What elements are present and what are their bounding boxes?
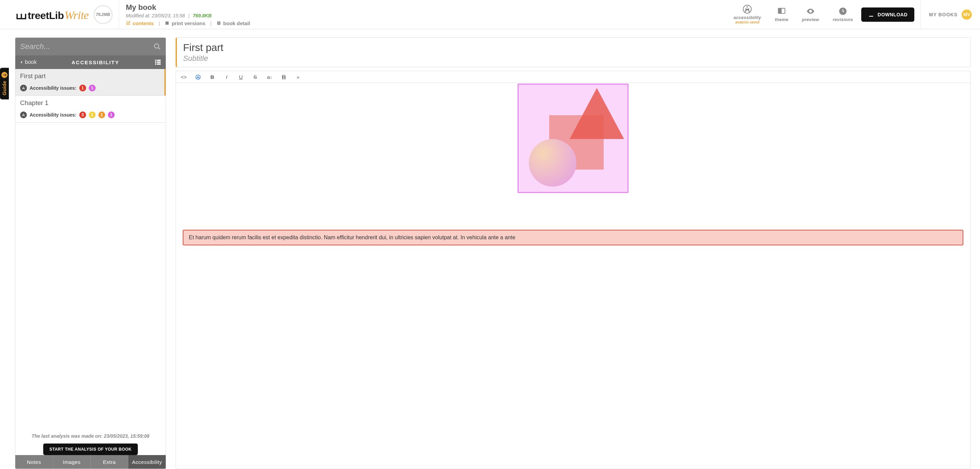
filesize: 769.8KB (193, 13, 212, 18)
nav-icons: accessibility analysis saved theme previ… (725, 5, 861, 24)
logo-main-text: treetLib (28, 10, 64, 21)
sidebar: book ACCESSIBILITY First partAccessibili… (15, 37, 166, 469)
list-view-icon[interactable] (154, 59, 162, 66)
sidebar-tab-extra[interactable]: Extra (91, 455, 129, 469)
doc-header: First part Subtitle (176, 37, 970, 67)
sidebar-tab-notes[interactable]: Notes (15, 455, 53, 469)
main: book ACCESSIBILITY First partAccessibili… (0, 29, 980, 469)
more-button[interactable]: » (295, 74, 301, 80)
font-size-button[interactable]: a↕ (266, 74, 272, 80)
tab-book-detail[interactable]: book detail (216, 21, 250, 26)
logo-write-text: Write (65, 9, 89, 22)
issues-label: Accessibility issues: (30, 112, 76, 117)
issues-label: Accessibility issues: (30, 85, 76, 91)
start-analysis-button[interactable]: START THE ANALYSIS OF YOUR BOOK (43, 444, 138, 455)
issues-row: Accessibility issues:11 (20, 85, 161, 92)
circle-shape (529, 139, 576, 187)
logo[interactable]: ⧢ treetLib Write (15, 7, 89, 22)
chapter-title: First part (20, 72, 161, 80)
svg-rect-14 (157, 62, 161, 63)
save-icon (281, 74, 286, 80)
avatar[interactable]: MV (962, 10, 972, 20)
svg-line-10 (158, 48, 160, 50)
download-icon (868, 11, 874, 17)
guide-tab[interactable]: Guide ? (0, 68, 9, 100)
sidebar-tab-accessibility[interactable]: Accessibility (128, 455, 166, 469)
search-icon[interactable] (153, 43, 161, 50)
toolbar: <> B I U S a↕ » (176, 71, 970, 83)
svg-point-9 (154, 44, 159, 48)
svg-rect-11 (155, 60, 156, 61)
accessibility-icon (743, 5, 752, 14)
svg-rect-2 (218, 22, 220, 23)
theme-icon (777, 7, 786, 16)
doc-subtitle[interactable]: Subtitle (183, 54, 964, 63)
bold-button[interactable]: B (209, 74, 215, 80)
svg-point-18 (23, 114, 24, 114)
book-meta: Modified at: 23/05/23, 15:58 | 769.8KB (126, 13, 719, 18)
issues-row: Accessibility issues:3111 (20, 111, 161, 118)
svg-rect-15 (155, 63, 156, 65)
editor-frame: <> B I U S a↕ » Et ha (176, 71, 970, 469)
back-button[interactable]: book (19, 59, 37, 65)
chapter-item[interactable]: First partAccessibility issues:11 (15, 69, 166, 96)
storage-badge: 79.2MB (94, 5, 113, 24)
chapter-title: Chapter 1 (20, 99, 161, 107)
detail-icon (216, 21, 221, 25)
issue-badge: 1 (79, 85, 86, 92)
doc-title[interactable]: First part (183, 42, 964, 53)
logo-area: ⧢ treetLib Write 79.2MB (0, 0, 119, 29)
svg-rect-16 (157, 63, 161, 65)
top-header: ⧢ treetLib Write 79.2MB My book Modified… (0, 0, 980, 29)
sidebar-tab-images[interactable]: Images (53, 455, 91, 469)
svg-point-20 (198, 76, 198, 76)
code-button[interactable]: <> (181, 74, 187, 80)
error-block[interactable]: Et harum quidem rerum facilis est et exp… (183, 230, 963, 246)
panel-header: book ACCESSIBILITY (15, 55, 166, 69)
strikethrough-button[interactable]: S (252, 74, 258, 80)
my-books-link[interactable]: MY BOOKS (929, 12, 958, 17)
svg-rect-7 (778, 8, 782, 13)
book-tabs: contents | print versions | book detail (126, 21, 719, 26)
user-area: MY BOOKS MV (920, 0, 980, 29)
nav-preview[interactable]: preview (802, 7, 819, 22)
italic-button[interactable]: I (224, 74, 230, 80)
chapters-list: First partAccessibility issues:11Chapter… (15, 69, 166, 427)
triangle-shape (570, 88, 624, 139)
accessibility-tool-button[interactable] (195, 74, 201, 80)
nav-revisions[interactable]: revisions (833, 7, 853, 22)
nav-theme[interactable]: theme (775, 7, 788, 22)
panel-title: ACCESSIBILITY (37, 59, 154, 65)
canvas[interactable]: Et harum quidem rerum facilis est et exp… (176, 83, 970, 469)
search-input[interactable] (20, 42, 153, 51)
accessibility-icon (195, 74, 201, 80)
svg-rect-12 (157, 60, 161, 61)
svg-rect-3 (218, 23, 220, 24)
book-title: My book (126, 3, 719, 12)
tab-print-versions[interactable]: print versions (165, 21, 205, 26)
analysis-note: The last analysis was made on: 23/05/202… (20, 433, 161, 439)
eye-icon (806, 7, 815, 16)
svg-point-5 (746, 6, 748, 8)
search-row (15, 38, 166, 55)
issue-badge: 1 (89, 85, 95, 92)
underline-button[interactable]: U (238, 74, 244, 80)
logo-bracket-icon: ⧢ (15, 7, 29, 22)
issue-badge: 3 (79, 111, 86, 118)
edit-icon (126, 21, 130, 25)
help-icon: ? (2, 72, 8, 78)
save-button[interactable] (281, 74, 287, 80)
tab-contents[interactable]: contents (126, 21, 154, 26)
issue-badge: 1 (98, 111, 105, 118)
svg-rect-13 (155, 62, 156, 63)
issue-badge: 1 (89, 111, 95, 118)
editor-area: First part Subtitle <> B I U S a↕ » (176, 37, 970, 469)
chevron-left-icon (19, 60, 24, 64)
download-button[interactable]: DOWNLOAD (861, 8, 914, 22)
chapter-item[interactable]: Chapter 1Accessibility issues:3111 (15, 96, 166, 123)
clock-icon (838, 7, 847, 16)
content-image[interactable] (517, 84, 628, 193)
svg-rect-0 (166, 21, 169, 24)
book-info: My book Modified at: 23/05/23, 15:58 | 7… (119, 3, 725, 26)
nav-accessibility[interactable]: accessibility analysis saved (733, 5, 761, 24)
